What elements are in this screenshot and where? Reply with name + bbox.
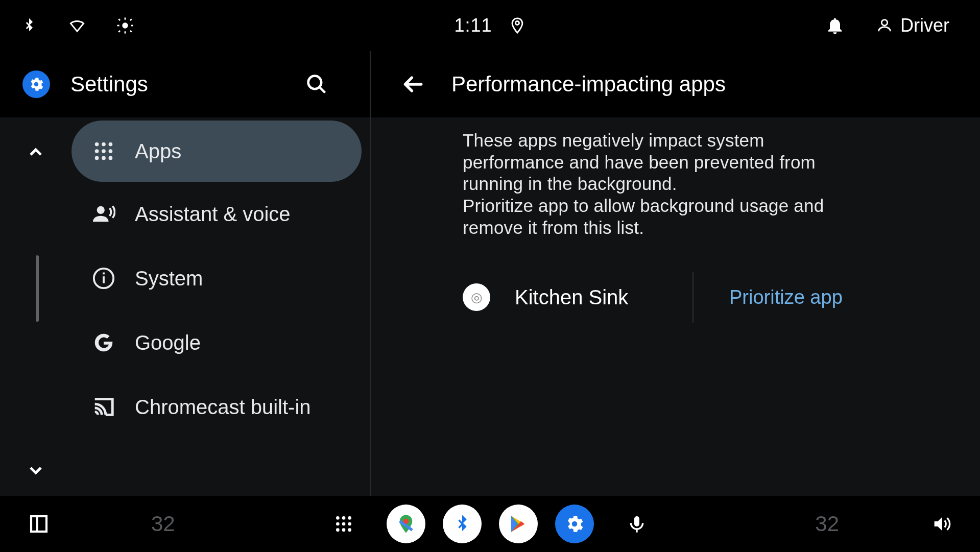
brightness-icon: [116, 17, 134, 34]
right-pane: Performance-impacting apps These apps ne…: [371, 51, 980, 496]
sidebar-item-label: Apps: [135, 140, 181, 163]
clock: 1:11: [454, 15, 492, 36]
sidebar-item-label: Chromecast built-in: [135, 396, 311, 419]
volume-icon[interactable]: [931, 514, 951, 534]
svg-point-20: [109, 156, 113, 160]
status-right: Driver: [825, 15, 949, 36]
svg-point-33: [336, 528, 340, 532]
settings-header: Settings: [0, 51, 370, 117]
play-store-shortcut[interactable]: [499, 505, 538, 543]
detail-header: Performance-impacting apps: [371, 51, 980, 117]
bluetooth-shortcut[interactable]: [443, 505, 482, 543]
content-split: Settings Apps: [0, 51, 980, 496]
wifi-icon: [68, 17, 86, 34]
svg-point-31: [342, 522, 345, 526]
person-icon: [876, 17, 893, 34]
voice-button[interactable]: [627, 514, 647, 534]
svg-point-27: [336, 516, 340, 520]
bell-icon[interactable]: [825, 15, 845, 36]
svg-point-21: [97, 206, 105, 214]
app-row: ◎ Kitchen Sink Prioritize app: [463, 269, 944, 325]
svg-point-18: [95, 156, 99, 160]
hvac-left[interactable]: 32: [29, 512, 233, 536]
apps-grid-icon: [92, 139, 115, 163]
sidebar-item-chromecast[interactable]: Chromecast built-in: [71, 375, 362, 439]
svg-point-0: [122, 22, 128, 28]
temp-right[interactable]: 32: [815, 512, 839, 536]
svg-rect-23: [103, 276, 105, 283]
app-grid-button[interactable]: [333, 514, 354, 534]
scroll-down-button[interactable]: [26, 460, 46, 481]
sidebar-item-label: System: [135, 267, 203, 290]
sidebar-item-label: Google: [135, 331, 201, 354]
svg-rect-24: [103, 273, 105, 275]
info-icon: [92, 267, 115, 290]
temp-left[interactable]: 32: [151, 512, 175, 536]
svg-point-14: [109, 142, 113, 147]
location-icon: [509, 17, 526, 34]
detail-description: These apps negatively impact system perf…: [463, 130, 851, 238]
detail-body: These apps negatively impact system perf…: [371, 117, 980, 496]
svg-point-29: [348, 516, 351, 520]
app-entry[interactable]: ◎ Kitchen Sink: [463, 283, 692, 311]
svg-rect-37: [634, 516, 639, 526]
sidebar-gutter: [0, 117, 71, 496]
svg-line-8: [118, 31, 120, 32]
svg-point-35: [348, 528, 351, 532]
hvac-right[interactable]: 32: [747, 512, 951, 536]
launcher-row: [233, 505, 747, 543]
assistant-voice-icon: [92, 202, 115, 226]
svg-line-7: [130, 19, 132, 20]
scroll-up-button[interactable]: [26, 142, 46, 162]
profile-name: Driver: [900, 15, 949, 36]
sidebar-item-apps[interactable]: Apps: [71, 121, 362, 182]
svg-point-10: [308, 76, 322, 89]
back-button[interactable]: [401, 72, 426, 97]
app-name: Kitchen Sink: [515, 286, 628, 309]
sidebar-item-google[interactable]: Google: [71, 310, 362, 375]
svg-point-13: [102, 142, 106, 147]
google-g-icon: [92, 331, 115, 354]
svg-point-9: [881, 20, 887, 26]
svg-point-34: [342, 528, 345, 532]
app-separator: [692, 272, 694, 323]
svg-line-11: [320, 87, 325, 93]
settings-title: Settings: [70, 72, 284, 97]
svg-line-6: [130, 31, 132, 32]
bottom-bar: 32 32: [0, 496, 980, 552]
sidebar-list: Apps Assistant & voice System: [71, 117, 370, 496]
app-icon: ◎: [463, 283, 490, 311]
svg-point-28: [342, 516, 345, 520]
svg-point-32: [348, 522, 351, 526]
profile-switcher[interactable]: Driver: [876, 15, 949, 36]
svg-point-15: [95, 149, 99, 153]
sidebar-item-label: Assistant & voice: [135, 203, 291, 226]
sidebar: Apps Assistant & voice System: [0, 117, 370, 496]
svg-point-16: [102, 149, 106, 153]
left-pane: Settings Apps: [0, 51, 370, 496]
sidebar-item-system[interactable]: System: [71, 246, 362, 310]
bluetooth-icon: [20, 17, 38, 34]
search-button[interactable]: [304, 72, 329, 97]
svg-point-12: [95, 142, 99, 147]
status-bar: 1:11 Driver: [0, 0, 980, 51]
svg-point-19: [102, 156, 106, 160]
maps-shortcut[interactable]: [387, 505, 425, 543]
svg-point-17: [109, 149, 113, 153]
scrollbar-thumb[interactable]: [36, 255, 39, 322]
svg-line-5: [118, 19, 120, 20]
detail-title: Performance-impacting apps: [451, 72, 726, 97]
settings-shortcut[interactable]: [555, 505, 594, 543]
status-center: 1:11: [454, 15, 525, 36]
prioritize-button[interactable]: Prioritize app: [729, 286, 843, 308]
svg-rect-25: [31, 516, 46, 532]
settings-app-icon: [22, 70, 50, 98]
svg-point-30: [336, 522, 340, 526]
cast-icon: [92, 395, 115, 419]
sidebar-item-assistant[interactable]: Assistant & voice: [71, 182, 362, 246]
dashboard-icon[interactable]: [29, 514, 49, 534]
status-left: [20, 17, 134, 34]
